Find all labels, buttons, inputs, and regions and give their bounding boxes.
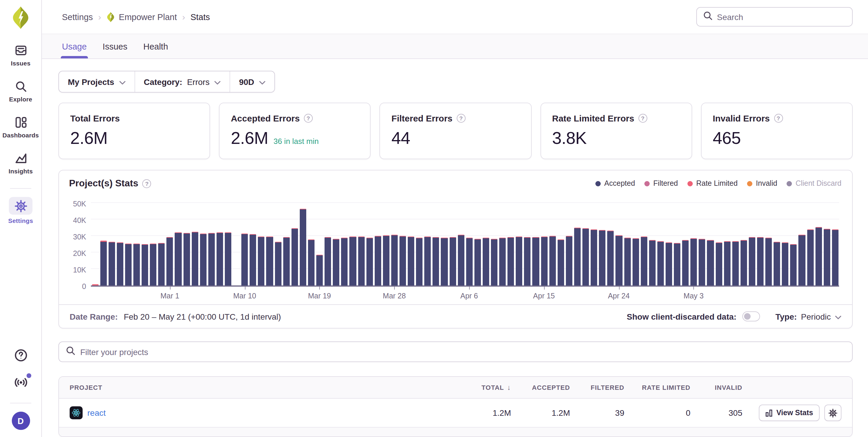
sidebar-item-issues[interactable]: Issues xyxy=(0,43,41,67)
chevron-down-icon xyxy=(214,77,221,87)
type-dropdown[interactable]: Type: Periodic xyxy=(775,312,841,321)
stat-cards: Total Errors 2.6M Accepted Errors ? 2.6M… xyxy=(58,103,852,159)
bar-day xyxy=(340,197,349,285)
stat-help-icon[interactable]: ? xyxy=(774,114,783,123)
sentry-logo-icon[interactable] xyxy=(11,5,31,30)
sidebar-item-dashboards[interactable]: Dashboards xyxy=(0,115,41,139)
column-header-project[interactable]: PROJECT xyxy=(70,384,445,391)
main-area: Settings› Empower Plant›Stats UsageIssue… xyxy=(42,0,868,437)
sidebar-item-explore[interactable]: Explore xyxy=(0,79,41,103)
bar-day xyxy=(432,197,440,285)
stat-help-icon[interactable]: ? xyxy=(304,114,313,123)
category-filter-dropdown[interactable]: Category: Errors xyxy=(134,71,229,92)
period-filter-dropdown[interactable]: 90D xyxy=(229,71,274,92)
bar-day xyxy=(515,197,523,285)
legend-label: Rate Limited xyxy=(696,179,738,188)
column-header-total[interactable]: TOTAL ↓ xyxy=(445,383,511,392)
legend-label: Filtered xyxy=(653,179,678,188)
bar-day xyxy=(424,197,432,285)
search-icon xyxy=(65,345,75,356)
table-row: react 1.2M 1.2M 39 0 305 View Stats xyxy=(59,399,852,427)
column-header-rate-limited[interactable]: RATE LIMITED xyxy=(624,384,690,391)
cell-rate-limited: 0 xyxy=(624,408,690,417)
stat-card-value: 44 xyxy=(392,129,410,148)
chart-help-icon[interactable]: ? xyxy=(143,179,151,188)
breadcrumb-item[interactable]: Settings xyxy=(62,12,93,22)
breadcrumb-separator: › xyxy=(182,12,185,22)
stat-help-icon[interactable]: ? xyxy=(639,114,647,123)
table-header: PROJECTTOTAL ↓ACCEPTEDFILTEREDRATE LIMIT… xyxy=(59,377,852,399)
project-search-input[interactable] xyxy=(80,347,845,357)
bar-day xyxy=(232,197,241,285)
stat-help-icon[interactable]: ? xyxy=(457,114,466,123)
bar-day xyxy=(382,197,390,285)
sidebar-item-settings[interactable]: Settings xyxy=(0,197,41,224)
project-link[interactable]: react xyxy=(87,408,105,417)
help-icon xyxy=(14,348,27,364)
bar-day xyxy=(706,197,715,285)
bar-day xyxy=(182,197,191,285)
stat-card: Invalid Errors ? 465 xyxy=(701,103,852,159)
breadcrumb-item[interactable]: Empower Plant xyxy=(119,12,177,22)
sort-desc-icon: ↓ xyxy=(507,383,511,392)
bar-day xyxy=(390,197,399,285)
whats-new-button[interactable] xyxy=(12,374,30,392)
stat-card-note: 36 in last min xyxy=(274,137,319,146)
bar-day xyxy=(99,197,107,285)
y-tick-label: 50K xyxy=(73,200,87,208)
bar-day xyxy=(698,197,706,285)
bar-day xyxy=(765,197,773,285)
bar-day xyxy=(590,197,598,285)
user-avatar[interactable]: D xyxy=(11,412,30,430)
tab-health[interactable]: Health xyxy=(144,34,168,58)
bar-day xyxy=(789,197,798,285)
legend-item-filtered[interactable]: Filtered xyxy=(644,179,678,188)
legend-label: Accepted xyxy=(604,179,635,188)
content: My Projects Category: Errors 90D Total E… xyxy=(42,59,868,437)
bar-day xyxy=(523,197,532,285)
bar-day xyxy=(598,197,606,285)
tab-usage[interactable]: Usage xyxy=(62,34,87,58)
type-label: Type: xyxy=(775,312,797,321)
topbar: Settings› Empower Plant›Stats xyxy=(42,0,868,34)
bar-day xyxy=(473,197,482,285)
cell-total: 1.2M xyxy=(445,408,511,417)
legend-item-client-discard[interactable]: Client Discard xyxy=(786,179,841,188)
bar-day xyxy=(274,197,282,285)
stat-card-value: 465 xyxy=(713,129,741,148)
legend-item-invalid[interactable]: Invalid xyxy=(747,179,777,188)
project-search[interactable] xyxy=(58,341,852,362)
search-input[interactable] xyxy=(717,12,846,22)
help-button[interactable] xyxy=(12,347,30,365)
project-settings-button[interactable] xyxy=(824,405,841,421)
gear-icon xyxy=(14,200,27,212)
bar-day xyxy=(365,197,374,285)
bar-day xyxy=(665,197,673,285)
bar-day xyxy=(656,197,665,285)
x-tick xyxy=(619,287,619,290)
bar-day xyxy=(532,197,540,285)
global-search[interactable] xyxy=(696,7,852,27)
category-filter-label: Category: xyxy=(144,77,182,87)
usage-bar-chart[interactable] xyxy=(91,197,839,287)
cell-accepted: 1.2M xyxy=(511,408,570,417)
column-header-filtered[interactable]: FILTERED xyxy=(570,384,624,391)
x-tick xyxy=(395,287,395,290)
sidebar-item-insights[interactable]: Insights xyxy=(0,151,41,174)
column-header-invalid[interactable]: INVALID xyxy=(690,384,742,391)
bar-day xyxy=(107,197,116,285)
bar-day xyxy=(224,197,232,285)
project-filter-dropdown[interactable]: My Projects xyxy=(59,71,134,92)
bar-day xyxy=(216,197,224,285)
tab-issues[interactable]: Issues xyxy=(103,34,127,58)
client-discard-toggle[interactable] xyxy=(742,311,760,322)
view-stats-button[interactable]: View Stats xyxy=(758,405,819,421)
legend-dot xyxy=(595,181,601,186)
x-tick-label: Mar 10 xyxy=(233,292,256,300)
legend-item-rate-limited[interactable]: Rate Limited xyxy=(687,179,738,188)
column-header-accepted[interactable]: ACCEPTED xyxy=(511,384,570,391)
bar-day xyxy=(756,197,765,285)
cell-filtered: 39 xyxy=(570,408,624,417)
legend-item-accepted[interactable]: Accepted xyxy=(595,179,635,188)
stat-card-label: Invalid Errors xyxy=(713,113,770,123)
